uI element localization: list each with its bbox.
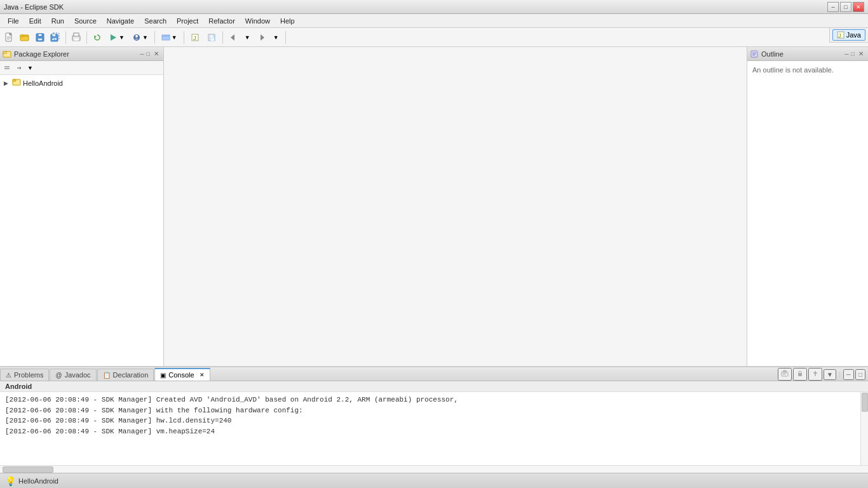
- console-scroll-area[interactable]: [2012-06-06 20:08:49 - SDK Manager] Crea…: [0, 392, 868, 465]
- open-resource-button[interactable]: 📄: [204, 30, 219, 44]
- svg-rect-35: [13, 79, 16, 81]
- menu-source[interactable]: Source: [69, 16, 102, 26]
- open-button[interactable]: [18, 30, 32, 44]
- tab-problems[interactable]: ⚠ Problems: [0, 369, 49, 381]
- panel-maximize-button[interactable]: □: [855, 369, 865, 380]
- project-tree-item[interactable]: ▶ HelloAndroid: [1, 76, 162, 90]
- console-vertical-scrollbar[interactable]: [860, 392, 868, 465]
- package-explorer-title-text: Package Explorer: [14, 50, 69, 58]
- tab-declaration-label: Declaration: [113, 371, 149, 379]
- outline-header: Outline ─ □ ✕: [747, 47, 868, 61]
- debug-button[interactable]: ▼: [129, 30, 151, 44]
- tree-collapse-arrow: ▶: [4, 80, 10, 86]
- console-scroll-lock-button[interactable]: [793, 368, 807, 381]
- separator-2: [86, 31, 87, 44]
- separator-3: [154, 31, 155, 44]
- forward-button[interactable]: [255, 30, 269, 44]
- minimize-button[interactable]: –: [827, 2, 839, 12]
- h-scroll-thumb[interactable]: [3, 466, 53, 473]
- console-horizontal-scrollbar[interactable]: [0, 465, 868, 473]
- back-dropdown[interactable]: ▼: [241, 30, 254, 44]
- separator-4: [184, 31, 184, 44]
- bottom-tabs-bar: ⚠ Problems @ Javadoc 📋 Declaration ▣ Con…: [0, 367, 868, 381]
- menu-edit[interactable]: Edit: [24, 16, 46, 26]
- package-explorer-toolbar: ▼: [0, 61, 163, 75]
- javadoc-icon: @: [55, 372, 62, 379]
- package-explorer-header: Package Explorer ─ □ ✕: [0, 47, 163, 61]
- console-pin-button[interactable]: [808, 368, 822, 381]
- svg-rect-7: [38, 34, 42, 36]
- run-button[interactable]: ▼: [105, 30, 128, 44]
- svg-point-19: [135, 35, 138, 37]
- view-menu-button[interactable]: ▼: [25, 61, 35, 75]
- collapse-all-button[interactable]: [1, 62, 13, 74]
- close-button[interactable]: ✕: [853, 2, 864, 12]
- open-type-button[interactable]: J: [187, 30, 203, 44]
- console-line-1: [2012-06-06 20:08:49 - SDK Manager] Crea…: [5, 395, 859, 405]
- status-left: 💡 HelloAndroid: [5, 476, 58, 486]
- bottom-tabs-right: ▼ | ─ □: [775, 368, 868, 381]
- bottom-area: ⚠ Problems @ Javadoc 📋 Declaration ▣ Con…: [0, 366, 868, 473]
- svg-rect-8: [37, 38, 43, 41]
- java-perspective-label: Java: [846, 31, 861, 39]
- console-line-4: [2012-06-06 20:08:49 - SDK Manager] vm.h…: [5, 426, 859, 437]
- outline-maximize[interactable]: □: [851, 50, 855, 58]
- save-all-button[interactable]: [48, 30, 62, 44]
- menu-run[interactable]: Run: [46, 16, 69, 26]
- status-bar: 💡 HelloAndroid: [0, 473, 868, 488]
- external-tools-button[interactable]: ▼: [158, 30, 180, 44]
- status-lightbulb-icon: 💡: [5, 476, 16, 486]
- menu-search[interactable]: Search: [139, 16, 172, 26]
- project-label: HelloAndroid: [23, 79, 63, 87]
- menu-window[interactable]: Window: [240, 16, 275, 26]
- back-button[interactable]: [226, 30, 240, 44]
- menu-refactor[interactable]: Refactor: [203, 16, 240, 26]
- console-clear-button[interactable]: [778, 368, 792, 381]
- status-project: HelloAndroid: [18, 477, 58, 485]
- outline-title: Outline: [750, 50, 783, 58]
- console-wrapper: Android [2012-06-06 20:08:49 - SDK Manag…: [0, 381, 868, 473]
- svg-text:J: J: [838, 32, 841, 39]
- menu-file[interactable]: File: [3, 16, 24, 26]
- svg-text:J: J: [193, 35, 196, 41]
- print-button[interactable]: [69, 30, 83, 44]
- tab-console[interactable]: ▣ Console ✕: [154, 368, 210, 381]
- menu-navigate[interactable]: Navigate: [102, 16, 139, 26]
- toolbar: ▼ ▼ ▼ J 📄 ▼ ▼: [0, 28, 868, 47]
- package-explorer-minimize[interactable]: ─: [139, 50, 144, 58]
- menu-bar: File Edit Run Source Navigate Search Pro…: [0, 14, 868, 28]
- outline-minimize[interactable]: ─: [844, 50, 849, 58]
- new-button[interactable]: [3, 30, 17, 44]
- console-content: [2012-06-06 20:08:49 - SDK Manager] Crea…: [0, 392, 868, 465]
- console-icon: ▣: [160, 372, 166, 379]
- tab-console-close[interactable]: ✕: [200, 372, 205, 378]
- svg-rect-31: [3, 51, 6, 53]
- menu-project[interactable]: Project: [172, 16, 203, 26]
- editor-area: [164, 47, 747, 366]
- window-title: Java - Eclipse SDK: [4, 3, 64, 11]
- package-explorer-title: Package Explorer: [3, 50, 69, 58]
- svg-text:📄: 📄: [209, 35, 215, 41]
- outline-close[interactable]: ✕: [857, 50, 865, 58]
- tab-problems-label: Problems: [14, 371, 43, 379]
- svg-marker-17: [111, 34, 116, 41]
- maximize-button[interactable]: □: [840, 2, 851, 12]
- java-perspective-button[interactable]: J Java: [832, 29, 865, 41]
- package-explorer-content: ▶ HelloAndroid: [0, 75, 163, 366]
- package-explorer-maximize[interactable]: □: [146, 50, 151, 58]
- outline-message: An outline is not available.: [749, 62, 867, 78]
- svg-rect-5: [20, 35, 24, 37]
- console-dropdown-button[interactable]: ▼: [824, 369, 836, 380]
- save-button[interactable]: [33, 30, 47, 44]
- svg-rect-20: [162, 35, 170, 40]
- svg-rect-43: [798, 373, 802, 376]
- package-explorer-close[interactable]: ✕: [152, 50, 161, 58]
- forward-dropdown[interactable]: ▼: [270, 30, 282, 44]
- link-editor-button[interactable]: [13, 62, 25, 74]
- tab-declaration[interactable]: 📋 Declaration: [97, 369, 154, 381]
- refresh-button[interactable]: [90, 30, 104, 44]
- tab-javadoc[interactable]: @ Javadoc: [50, 369, 96, 381]
- menu-help[interactable]: Help: [275, 16, 300, 26]
- panel-minimize-button[interactable]: ─: [843, 369, 854, 380]
- project-folder-icon: [12, 78, 21, 88]
